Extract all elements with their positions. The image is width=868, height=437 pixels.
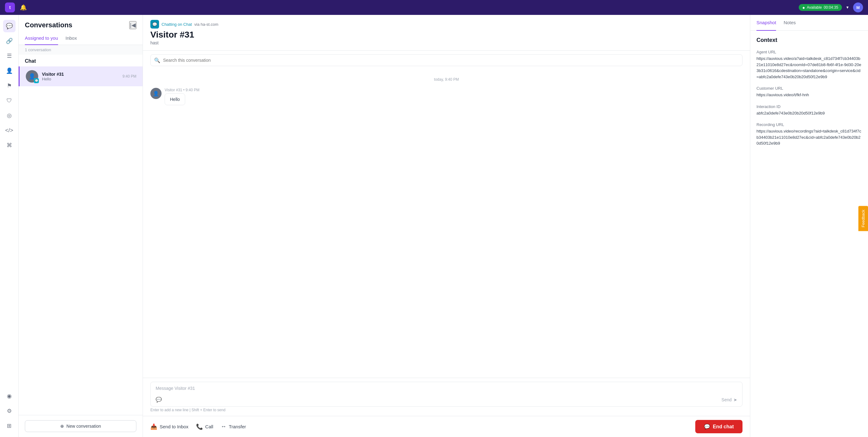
visitor-name: Visitor #31 [150,30,743,40]
sidebar-item-fingerprint[interactable]: ◎ [3,109,16,122]
chat-input-footer: 💬 Send ➤ [156,397,737,403]
context-title: Context [756,37,862,43]
right-panel-tabs: Snapshot Notes [750,15,868,31]
context-section: Context Agent URL https://auvious.video/… [756,37,862,146]
message-avatar: 👤 [150,88,161,99]
conversation-count: 1 conversation [19,45,143,55]
plus-icon: ⊕ [60,424,64,429]
transfer-icon: ↔ [221,423,226,430]
message-meta: Visitor #31 • 9:40 PM [165,88,199,92]
end-chat-label: End chat [713,424,734,430]
new-conversation-button[interactable]: ⊕ New conversation [25,420,136,432]
conversations-header: Conversations |◀ [19,15,143,29]
sidebar-item-headset[interactable]: ⌘ [3,139,16,152]
chat-input-placeholder: Message Visitor #31 [156,386,737,394]
chat-header-top: 💬 Chatting on Chat via ha-st.com [150,20,743,29]
conversations-title: Conversations [25,21,72,29]
message-row: 👤 Visitor #31 • 9:40 PM Hello [150,88,743,105]
agent-url-label: Agent URL [756,50,862,54]
transfer-button[interactable]: ↔ Transfer [221,421,246,432]
sidebar-item-conversations[interactable]: 💬 [3,20,16,32]
chat-search: 🔍 [150,54,743,66]
send-button[interactable]: Send ➤ [721,397,737,402]
conversations-tabs: Assigned to you Inbox [19,29,143,45]
channel-icon: 💬 [150,20,159,29]
feedback-tab[interactable]: Feedback [858,206,868,231]
status-time: 00:04:35 [824,5,838,10]
conversation-avatar: 👤 💬 [26,70,38,82]
conversations-panel: Conversations |◀ Assigned to you Inbox 1… [19,15,143,437]
recording-url-label: Recording URL [756,122,862,127]
search-icon: 🔍 [154,58,160,63]
sidebar-item-settings[interactable]: ⚙ [3,405,16,417]
sidebar-item-contacts[interactable]: 👤 [3,65,16,77]
top-nav-left: t 🔔 [5,2,27,12]
attachment-icon[interactable]: 💬 [156,397,162,403]
send-to-inbox-label: Send to Inbox [160,424,189,429]
channel-badge-icon: 💬 [34,78,39,83]
chat-input-area: Message Visitor #31 💬 Send ➤ Enter to ad… [143,378,750,416]
status-diamond-icon: ◆ [802,6,805,9]
end-chat-button[interactable]: 💬 End chat [695,420,743,433]
status-badge[interactable]: ◆ Available 00:04:35 [799,4,842,11]
transfer-label: Transfer [229,424,246,429]
send-to-inbox-icon: 📥 [150,423,157,430]
chat-header: 💬 Chatting on Chat via ha-st.com Visitor… [143,15,750,51]
send-label: Send [721,397,732,402]
interaction-id-label: Interaction ID [756,104,862,109]
new-conversation-label: New conversation [66,424,101,429]
recording-url-value: https://auvious.video/recordings?aid=tal… [756,128,862,146]
conversation-time: 9:40 PM [122,74,136,78]
agent-url-field: Agent URL https://auvious.video/a?aid=ta… [756,50,862,80]
message-time: 9:40 PM [185,88,199,92]
tab-inbox[interactable]: Inbox [66,33,77,45]
chat-area: 💬 Chatting on Chat via ha-st.com Visitor… [143,15,750,437]
conversations-footer: ⊕ New conversation [19,415,143,437]
sidebar-item-shield[interactable]: 🛡 [3,94,16,107]
call-label: Call [205,424,213,429]
right-panel-content: Context Agent URL https://auvious.video/… [750,31,868,437]
sidebar-item-grid[interactable]: ⊞ [3,419,16,432]
message-content: Visitor #31 • 9:40 PM Hello [165,88,199,105]
sidebar-item-flag[interactable]: ⚑ [3,79,16,92]
agent-url-value: https://auvious.video/a?aid=talkdesk_c81… [756,56,862,80]
top-nav: t 🔔 ◆ Available 00:04:35 ▼ M [0,0,868,15]
collapse-panel-button[interactable]: |◀ [129,21,136,29]
sidebar-item-compass[interactable]: ◉ [3,390,16,402]
customer-url-field: Customer URL https://auvious.video/t/fkf… [756,86,862,98]
main-layout: 💬 🔗 ☰ 👤 ⚑ 🛡 ◎ </> ⌘ ◉ ⚙ ⊞ Conversations … [0,15,868,437]
sidebar-item-code[interactable]: </> [3,124,16,137]
recording-url-field: Recording URL https://auvious.video/reco… [756,122,862,146]
chat-action-bar: 📥 Send to Inbox 📞 Call ↔ Transfer 💬 End … [143,416,750,437]
user-avatar[interactable]: M [853,2,863,12]
chat-section-label: Chat [19,55,143,66]
status-label: Available [807,5,822,10]
call-button[interactable]: 📞 Call [196,421,213,433]
sidebar-item-list[interactable]: ☰ [3,50,16,62]
tab-notes[interactable]: Notes [783,15,796,31]
search-input[interactable] [150,54,743,66]
interaction-id-value: abfc2a0defe743e0b20b20d50f12e9b9 [756,110,862,116]
chat-hint: Enter to add a new line | Shift + Enter … [150,407,743,412]
message-sender: Visitor #31 [165,88,182,92]
call-icon: 📞 [196,423,203,430]
conversation-item[interactable]: 👤 💬 Visitor #31 Hello 9:40 PM [19,66,143,86]
top-nav-right: ◆ Available 00:04:35 ▼ M [799,2,863,12]
chat-messages: today, 9:40 PM 👤 Visitor #31 • 9:40 PM H… [143,70,750,378]
customer-url-value: https://auvious.video/t/fkf-hnh [756,92,862,98]
message-bubble: Hello [165,93,185,105]
send-arrow-icon: ➤ [734,397,737,402]
conversation-name: Visitor #31 [42,72,119,77]
conversation-info: Visitor #31 Hello [42,72,119,81]
right-panel: Snapshot Notes Context Agent URL https:/… [750,15,868,437]
send-to-inbox-button[interactable]: 📥 Send to Inbox [150,421,189,433]
sidebar-item-links[interactable]: 🔗 [3,35,16,47]
chat-input-box[interactable]: Message Visitor #31 💬 Send ➤ [150,382,743,407]
tab-assigned-to-you[interactable]: Assigned to you [25,33,58,45]
status-chevron-icon[interactable]: ▼ [846,5,849,10]
end-chat-icon: 💬 [704,424,710,430]
tab-snapshot[interactable]: Snapshot [756,15,776,31]
notification-bell-icon[interactable]: 🔔 [20,4,27,11]
app-logo[interactable]: t [5,2,15,12]
channel-label: Chatting on Chat [161,22,192,27]
